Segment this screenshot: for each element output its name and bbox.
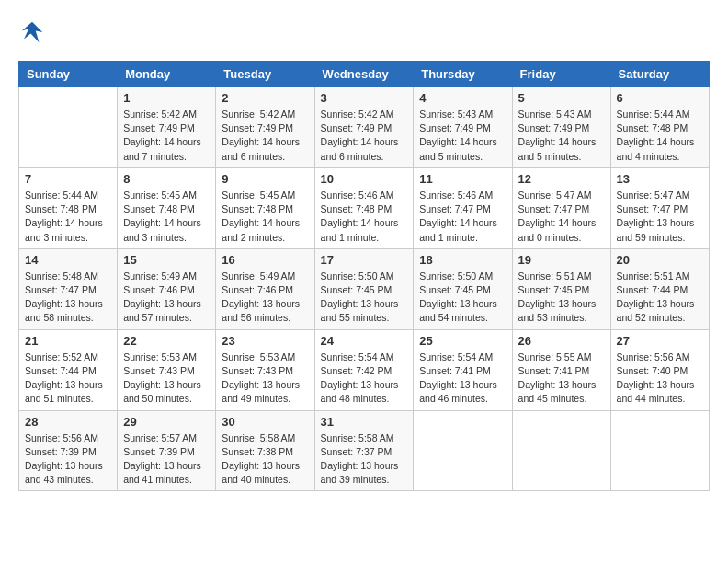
day-number: 5 (518, 91, 605, 105)
day-info: Sunrise: 5:53 AM Sunset: 7:43 PM Dayligh… (123, 350, 210, 407)
day-info: Sunrise: 5:51 AM Sunset: 7:44 PM Dayligh… (617, 270, 703, 326)
calendar-cell: 14Sunrise: 5:48 AM Sunset: 7:47 PM Dayli… (19, 248, 118, 329)
calendar-cell: 10Sunrise: 5:46 AM Sunset: 7:48 PM Dayli… (314, 167, 414, 248)
day-number: 22 (123, 334, 210, 348)
day-info: Sunrise: 5:42 AM Sunset: 7:49 PM Dayligh… (123, 108, 210, 164)
day-number: 30 (222, 415, 308, 429)
day-number: 28 (25, 415, 111, 429)
calendar-cell (610, 410, 709, 491)
day-info: Sunrise: 5:58 AM Sunset: 7:37 PM Dayligh… (321, 431, 408, 488)
column-header-wednesday: Wednesday (314, 62, 414, 87)
day-info: Sunrise: 5:44 AM Sunset: 7:48 PM Dayligh… (617, 108, 703, 164)
day-number: 19 (518, 253, 605, 267)
day-info: Sunrise: 5:51 AM Sunset: 7:45 PM Dayligh… (518, 270, 605, 326)
day-number: 4 (419, 91, 506, 105)
day-number: 7 (25, 172, 111, 186)
calendar-week-row: 28Sunrise: 5:56 AM Sunset: 7:39 PM Dayli… (19, 410, 710, 491)
day-info: Sunrise: 5:46 AM Sunset: 7:48 PM Dayligh… (321, 189, 408, 245)
calendar-cell: 7Sunrise: 5:44 AM Sunset: 7:48 PM Daylig… (19, 167, 118, 248)
day-info: Sunrise: 5:43 AM Sunset: 7:49 PM Dayligh… (518, 108, 605, 164)
column-header-thursday: Thursday (414, 62, 512, 87)
day-number: 21 (25, 334, 111, 348)
day-number: 11 (419, 172, 506, 186)
calendar-cell: 24Sunrise: 5:54 AM Sunset: 7:42 PM Dayli… (314, 329, 414, 410)
calendar-cell: 3Sunrise: 5:42 AM Sunset: 7:49 PM Daylig… (314, 87, 414, 168)
day-info: Sunrise: 5:44 AM Sunset: 7:48 PM Dayligh… (25, 189, 111, 245)
calendar-cell: 17Sunrise: 5:50 AM Sunset: 7:45 PM Dayli… (314, 248, 414, 329)
day-info: Sunrise: 5:48 AM Sunset: 7:47 PM Dayligh… (25, 270, 111, 326)
page-header (18, 18, 710, 46)
calendar-cell (414, 410, 512, 491)
calendar-cell: 29Sunrise: 5:57 AM Sunset: 7:39 PM Dayli… (118, 410, 216, 491)
column-header-sunday: Sunday (19, 62, 118, 87)
calendar-cell: 8Sunrise: 5:45 AM Sunset: 7:48 PM Daylig… (118, 167, 216, 248)
day-info: Sunrise: 5:50 AM Sunset: 7:45 PM Dayligh… (419, 270, 506, 326)
calendar-cell: 31Sunrise: 5:58 AM Sunset: 7:37 PM Dayli… (314, 410, 414, 491)
day-info: Sunrise: 5:43 AM Sunset: 7:49 PM Dayligh… (419, 108, 506, 164)
day-number: 2 (222, 91, 308, 105)
calendar-cell: 23Sunrise: 5:53 AM Sunset: 7:43 PM Dayli… (216, 329, 314, 410)
calendar-cell: 25Sunrise: 5:54 AM Sunset: 7:41 PM Dayli… (414, 329, 512, 410)
calendar-cell: 16Sunrise: 5:49 AM Sunset: 7:46 PM Dayli… (216, 248, 314, 329)
day-number: 13 (617, 172, 703, 186)
calendar-cell: 22Sunrise: 5:53 AM Sunset: 7:43 PM Dayli… (118, 329, 216, 410)
day-info: Sunrise: 5:52 AM Sunset: 7:44 PM Dayligh… (25, 350, 111, 407)
day-info: Sunrise: 5:47 AM Sunset: 7:47 PM Dayligh… (518, 189, 605, 245)
day-info: Sunrise: 5:55 AM Sunset: 7:41 PM Dayligh… (518, 350, 605, 407)
day-info: Sunrise: 5:42 AM Sunset: 7:49 PM Dayligh… (321, 108, 408, 164)
day-info: Sunrise: 5:45 AM Sunset: 7:48 PM Dayligh… (123, 189, 210, 245)
day-number: 16 (222, 253, 308, 267)
svg-marker-0 (22, 22, 43, 43)
column-header-saturday: Saturday (610, 62, 709, 87)
calendar-cell: 1Sunrise: 5:42 AM Sunset: 7:49 PM Daylig… (118, 87, 216, 168)
day-number: 18 (419, 253, 506, 267)
calendar-table: SundayMondayTuesdayWednesdayThursdayFrid… (18, 61, 710, 491)
calendar-header-row: SundayMondayTuesdayWednesdayThursdayFrid… (19, 62, 710, 87)
day-number: 23 (222, 334, 308, 348)
day-info: Sunrise: 5:54 AM Sunset: 7:42 PM Dayligh… (321, 350, 408, 407)
day-number: 15 (123, 253, 210, 267)
day-number: 27 (617, 334, 703, 348)
day-info: Sunrise: 5:57 AM Sunset: 7:39 PM Dayligh… (123, 431, 210, 488)
day-number: 14 (25, 253, 111, 267)
day-info: Sunrise: 5:53 AM Sunset: 7:43 PM Dayligh… (222, 350, 308, 407)
day-number: 29 (123, 415, 210, 429)
day-info: Sunrise: 5:54 AM Sunset: 7:41 PM Dayligh… (419, 350, 506, 407)
day-number: 10 (321, 172, 408, 186)
calendar-cell (19, 87, 118, 168)
calendar-cell: 15Sunrise: 5:49 AM Sunset: 7:46 PM Dayli… (118, 248, 216, 329)
day-info: Sunrise: 5:46 AM Sunset: 7:47 PM Dayligh… (419, 189, 506, 245)
calendar-cell: 20Sunrise: 5:51 AM Sunset: 7:44 PM Dayli… (610, 248, 709, 329)
day-info: Sunrise: 5:42 AM Sunset: 7:49 PM Dayligh… (222, 108, 308, 164)
day-number: 3 (321, 91, 408, 105)
day-number: 1 (123, 91, 210, 105)
day-number: 6 (617, 91, 703, 105)
day-info: Sunrise: 5:49 AM Sunset: 7:46 PM Dayligh… (123, 270, 210, 326)
day-number: 31 (321, 415, 408, 429)
calendar-cell: 11Sunrise: 5:46 AM Sunset: 7:47 PM Dayli… (414, 167, 512, 248)
calendar-cell: 12Sunrise: 5:47 AM Sunset: 7:47 PM Dayli… (512, 167, 610, 248)
calendar-cell: 4Sunrise: 5:43 AM Sunset: 7:49 PM Daylig… (414, 87, 512, 168)
day-number: 8 (123, 172, 210, 186)
calendar-cell: 21Sunrise: 5:52 AM Sunset: 7:44 PM Dayli… (19, 329, 118, 410)
calendar-cell: 26Sunrise: 5:55 AM Sunset: 7:41 PM Dayli… (512, 329, 610, 410)
calendar-cell: 5Sunrise: 5:43 AM Sunset: 7:49 PM Daylig… (512, 87, 610, 168)
day-number: 9 (222, 172, 308, 186)
day-number: 12 (518, 172, 605, 186)
calendar-cell: 19Sunrise: 5:51 AM Sunset: 7:45 PM Dayli… (512, 248, 610, 329)
calendar-week-row: 21Sunrise: 5:52 AM Sunset: 7:44 PM Dayli… (19, 329, 710, 410)
day-info: Sunrise: 5:56 AM Sunset: 7:39 PM Dayligh… (25, 431, 111, 488)
column-header-friday: Friday (512, 62, 610, 87)
day-info: Sunrise: 5:50 AM Sunset: 7:45 PM Dayligh… (321, 270, 408, 326)
calendar-cell (512, 410, 610, 491)
column-header-monday: Monday (118, 62, 216, 87)
day-number: 24 (321, 334, 408, 348)
day-info: Sunrise: 5:58 AM Sunset: 7:38 PM Dayligh… (222, 431, 308, 488)
day-info: Sunrise: 5:47 AM Sunset: 7:47 PM Dayligh… (617, 189, 703, 245)
calendar-cell: 6Sunrise: 5:44 AM Sunset: 7:48 PM Daylig… (610, 87, 709, 168)
calendar-cell: 2Sunrise: 5:42 AM Sunset: 7:49 PM Daylig… (216, 87, 314, 168)
day-info: Sunrise: 5:49 AM Sunset: 7:46 PM Dayligh… (222, 270, 308, 326)
calendar-cell: 30Sunrise: 5:58 AM Sunset: 7:38 PM Dayli… (216, 410, 314, 491)
calendar-week-row: 7Sunrise: 5:44 AM Sunset: 7:48 PM Daylig… (19, 167, 710, 248)
calendar-week-row: 1Sunrise: 5:42 AM Sunset: 7:49 PM Daylig… (19, 87, 710, 168)
